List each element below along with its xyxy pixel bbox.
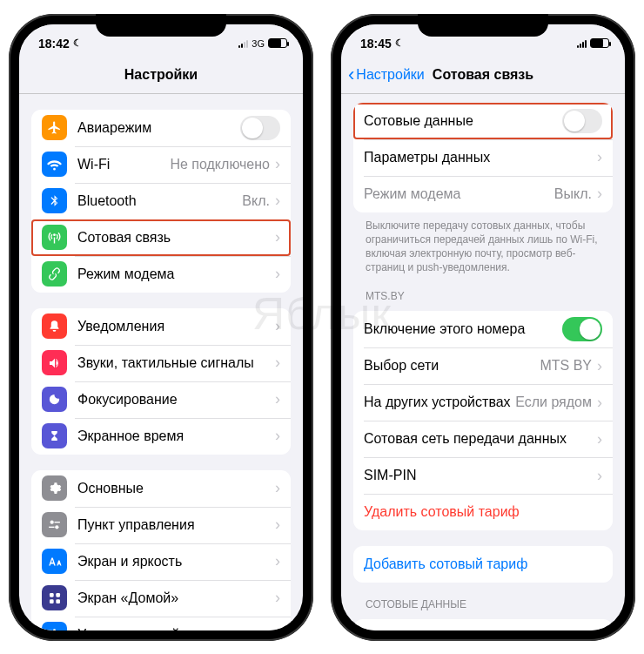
row-current-period[interactable]: Текущий период 13,6 ГБ	[353, 619, 613, 630]
sim-pin-label: SIM-PIN	[364, 468, 597, 483]
display-label: Экран и яркость	[77, 554, 275, 570]
home-indicator[interactable]	[109, 632, 213, 636]
notch	[96, 14, 226, 37]
home-label: Экран «Домой»	[77, 590, 275, 606]
chevron-icon: ›	[275, 427, 280, 445]
page-title: Настройки	[124, 67, 198, 83]
svg-point-2	[55, 525, 58, 529]
row-sounds[interactable]: Звуки, тактильные сигналы ›	[31, 345, 291, 381]
row-turn-on-number[interactable]: Включение этого номера	[353, 311, 613, 347]
screentime-label: Экранное время	[77, 428, 275, 444]
row-notifications[interactable]: Уведомления ›	[31, 308, 291, 345]
chevron-icon: ›	[275, 479, 280, 497]
row-display[interactable]: Экран и яркость ›	[31, 543, 291, 580]
row-general[interactable]: Основные ›	[31, 470, 291, 507]
row-network-selection[interactable]: Выбор сети MTS BY ›	[353, 347, 613, 384]
battery-icon	[268, 38, 287, 48]
row-remove-plan[interactable]: Удалить сотовый тариф	[353, 494, 613, 530]
chevron-icon: ›	[597, 357, 602, 375]
bluetooth-icon	[42, 188, 67, 213]
chevron-icon: ›	[275, 317, 280, 335]
svg-rect-6	[50, 599, 54, 603]
bell-icon	[42, 314, 67, 339]
row-add-plan[interactable]: Добавить сотовый тариф	[353, 546, 613, 583]
bluetooth-label: Bluetooth	[77, 193, 242, 209]
enable-number-toggle[interactable]	[562, 317, 602, 341]
remove-plan-label: Удалить сотовый тариф	[364, 504, 602, 520]
settings-list[interactable]: Авиарежим Wi-Fi Не подключено ›	[19, 94, 303, 630]
cellular-list[interactable]: Сотовые данные Параметры данных › Режим …	[341, 94, 625, 630]
row-airplane[interactable]: Авиарежим	[31, 110, 291, 146]
row-sim-pin[interactable]: SIM-PIN ›	[353, 457, 613, 494]
screen-right: 18:45 ☾ ‹ Настройки Сотовая связь Сотовы…	[341, 24, 625, 630]
bluetooth-value: Вкл.	[242, 193, 270, 209]
sliders-icon	[42, 512, 67, 537]
row-data-options[interactable]: Параметры данных ›	[353, 139, 613, 176]
row-personal-hotspot[interactable]: Режим модема Выкл. ›	[353, 176, 613, 212]
grid-icon	[42, 585, 67, 610]
add-plan-label: Добавить сотовый тариф	[364, 556, 602, 572]
hotspot-label: Режим модема	[77, 266, 275, 282]
row-bluetooth[interactable]: Bluetooth Вкл. ›	[31, 183, 291, 219]
network-label: Выбор сети	[364, 358, 540, 374]
back-label: Настройки	[356, 67, 424, 83]
chevron-icon: ›	[275, 625, 280, 630]
page-title: Сотовая связь	[433, 67, 533, 83]
notch	[418, 14, 548, 37]
phone-right: 18:45 ☾ ‹ Настройки Сотовая связь Сотовы…	[331, 14, 635, 641]
status-time: 18:45	[360, 37, 392, 51]
chevron-icon: ›	[597, 430, 602, 448]
enable-number-label: Включение этого номера	[364, 321, 562, 337]
row-cellular-data-network[interactable]: Сотовая сеть передачи данных ›	[353, 421, 613, 457]
row-calls-other-devices[interactable]: На других устройствах Если рядом ›	[353, 384, 613, 421]
data-network-label: Сотовая сеть передачи данных	[364, 431, 597, 447]
svg-rect-1	[55, 522, 60, 523]
chevron-icon: ›	[275, 390, 280, 408]
row-screentime[interactable]: Экранное время ›	[31, 418, 291, 455]
chevron-icon: ›	[275, 552, 280, 570]
network-indicator: 3G	[252, 38, 265, 49]
hourglass-icon	[42, 423, 67, 448]
chevron-icon: ›	[275, 589, 280, 607]
svg-point-0	[50, 521, 54, 524]
home-indicator[interactable]	[431, 632, 535, 636]
row-accessibility[interactable]: Универсальный доступ ›	[31, 617, 291, 630]
chevron-icon: ›	[275, 228, 280, 246]
nav-bar: Настройки	[19, 57, 303, 94]
cellular-data-toggle[interactable]	[562, 109, 602, 133]
row-hotspot[interactable]: Режим модема ›	[31, 256, 291, 293]
airplane-label: Авиарежим	[77, 120, 240, 136]
accessibility-icon	[42, 622, 67, 630]
network-value: MTS BY	[540, 358, 592, 374]
chevron-left-icon: ‹	[348, 65, 354, 84]
moon-icon	[42, 387, 67, 412]
control-label: Пункт управления	[77, 517, 275, 533]
gear-icon	[42, 475, 67, 501]
dnd-icon: ☾	[395, 37, 404, 49]
screen-left: 18:42 ☾ 3G Настройки Авиарежим	[19, 24, 303, 630]
nav-bar: ‹ Настройки Сотовая связь	[341, 57, 625, 94]
row-cellular[interactable]: Сотовая связь ›	[31, 219, 291, 256]
wifi-value: Не подключено	[170, 157, 270, 172]
hotspot-value: Выкл.	[554, 186, 592, 202]
row-wifi[interactable]: Wi-Fi Не подключено ›	[31, 146, 291, 183]
data-options-label: Параметры данных	[364, 150, 597, 165]
airplane-toggle[interactable]	[240, 116, 280, 140]
row-focus[interactable]: Фокусирование ›	[31, 381, 291, 418]
dnd-icon: ☾	[73, 37, 82, 49]
other-devices-label: На других устройствах	[364, 394, 515, 410]
chevron-icon: ›	[597, 148, 602, 166]
accessibility-label: Универсальный доступ	[77, 627, 275, 630]
section-header-data-usage: СОТОВЫЕ ДАННЫЕ	[366, 598, 600, 610]
chevron-icon: ›	[597, 467, 602, 485]
chevron-icon: ›	[275, 155, 280, 173]
svg-rect-3	[49, 527, 54, 528]
row-control-center[interactable]: Пункт управления ›	[31, 507, 291, 543]
row-home-screen[interactable]: Экран «Домой» ›	[31, 580, 291, 617]
svg-rect-5	[56, 593, 60, 597]
wifi-label: Wi-Fi	[77, 157, 170, 172]
svg-point-8	[53, 629, 56, 630]
svg-rect-4	[50, 593, 54, 597]
row-cellular-data[interactable]: Сотовые данные	[353, 103, 613, 139]
back-button[interactable]: ‹ Настройки	[348, 57, 425, 93]
